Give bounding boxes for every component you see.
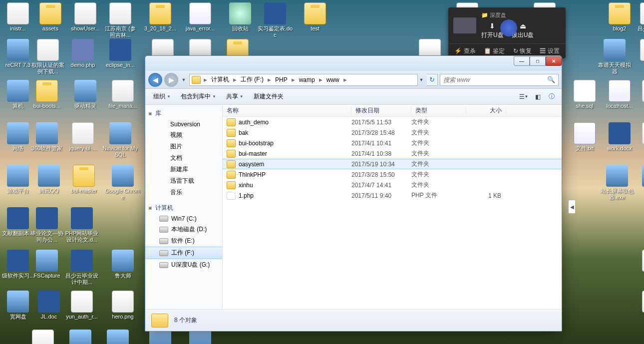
- desktop-icon[interactable]: 权限认证的案例下载...: [30, 39, 66, 75]
- desktop-icon[interactable]: 鲁大师: [105, 250, 141, 279]
- breadcrumb-segment[interactable]: 工作 (F:): [239, 74, 266, 85]
- desktop-icon[interactable]: bui-master: [66, 165, 102, 194]
- desktop-icon[interactable]: Navicat: [182, 330, 218, 344]
- breadcrumb-segment[interactable]: wamp: [297, 75, 317, 84]
- breadcrumb-segment[interactable]: 计算机: [209, 74, 231, 85]
- col-type[interactable]: 类型: [411, 106, 466, 115]
- desktop-icon[interactable]: 昌少云毕业设计中期...: [64, 250, 100, 286]
- col-date[interactable]: 修改日期: [351, 106, 411, 115]
- side-tab[interactable]: ◀: [568, 200, 575, 214]
- close-button[interactable]: ✕: [546, 56, 562, 66]
- file-row[interactable]: bak 2017/3/28 15:48 文件夹: [223, 127, 562, 138]
- back-button[interactable]: ◀: [148, 73, 162, 87]
- desktop-icon[interactable]: java_error...: [182, 2, 218, 32]
- desktop-icon[interactable]: file_mana...: [105, 80, 141, 109]
- history-dropdown[interactable]: ▼: [180, 75, 187, 85]
- desktop-icon[interactable]: 江苏南京 (参照吉林...: [102, 2, 138, 38]
- col-size[interactable]: 大小: [466, 106, 506, 115]
- desktop-icon[interactable]: Google Chrome: [105, 165, 141, 201]
- file-row[interactable]: bui-bootstrap 2017/4/1 10:41 文件夹: [223, 138, 562, 148]
- desktop-icon[interactable]: eclipse_in...: [102, 39, 138, 68]
- desktop-icon[interactable]: jQuery1.1: [25, 330, 61, 344]
- desktop-icon[interactable]: 文件.txt: [567, 122, 603, 152]
- titlebar[interactable]: — □ ✕: [145, 56, 562, 71]
- desktop-icon[interactable]: she.sql: [567, 80, 603, 109]
- usb-settings-button[interactable]: ☰ 设置: [540, 47, 559, 55]
- file-row[interactable]: oasystem 2017/5/19 10:34 文件夹: [223, 159, 562, 169]
- desktop-icon[interactable]: 回收站: [222, 2, 258, 32]
- desktop-icon[interactable]: JL.doc: [31, 291, 67, 320]
- organize-button[interactable]: 组织▼: [149, 90, 175, 103]
- desktop-icon[interactable]: PHP网站毕业设计论文.d...: [64, 207, 100, 243]
- desktop-icon[interactable]: 昌: [635, 291, 644, 320]
- path-dropdown[interactable]: ▼: [418, 75, 425, 85]
- help-button[interactable]: ⓘ: [546, 91, 558, 102]
- chevron-right-icon[interactable]: ▶: [203, 77, 208, 82]
- desktop-icon[interactable]: 向: [635, 250, 644, 279]
- file-row[interactable]: bui-master 2017/4/1 10:38 文件夹: [223, 148, 562, 159]
- nav-group-header[interactable]: ▣库: [145, 108, 222, 119]
- desktop-icon[interactable]: inistr...: [0, 2, 36, 32]
- breadcrumb[interactable]: ▶ 计算机▶工作 (F:)▶PHP▶wamp▶www▶: [189, 74, 418, 86]
- share-button[interactable]: 共享▼: [222, 90, 248, 103]
- chevron-right-icon[interactable]: ▶: [232, 77, 238, 82]
- desktop-icon[interactable]: 驱动精灵: [67, 80, 103, 109]
- desktop-icon[interactable]: VMware: [142, 330, 178, 344]
- nav-item[interactable]: Subversion: [145, 119, 222, 129]
- desktop-icon[interactable]: bui-boots...: [29, 80, 65, 109]
- desktop-icon[interactable]: yun_auth_r...: [64, 291, 100, 320]
- file-row[interactable]: ThinkPHP 2017/3/28 15:50 文件夹: [223, 169, 562, 180]
- desktop-icon[interactable]: blog2: [602, 2, 638, 32]
- col-name[interactable]: 名称: [223, 106, 351, 115]
- desktop-icon[interactable]: 360安全卫士: [62, 330, 98, 344]
- refresh-button[interactable]: ↻: [427, 74, 438, 86]
- desktop-icon[interactable]: localhost...: [602, 80, 638, 109]
- desktop-icon[interactable]: 360极速浏...: [100, 330, 136, 344]
- view-button[interactable]: ☰ ▼: [518, 91, 530, 102]
- desktop-icon[interactable]: 3_20_18_2...: [142, 2, 178, 32]
- nav-item[interactable]: 文档: [145, 152, 222, 164]
- nav-item[interactable]: Win7 (C:): [145, 214, 222, 224]
- desktop-icon[interactable]: assets: [32, 2, 68, 32]
- maximize-button[interactable]: □: [530, 56, 546, 66]
- desktop-icon[interactable]: 360软件管家: [29, 122, 65, 152]
- nav-item[interactable]: 视频: [145, 129, 222, 141]
- new-folder-button[interactable]: 新建文件夹: [250, 90, 288, 103]
- desktop-icon[interactable]: showUser...: [67, 2, 103, 32]
- nav-item[interactable]: 迅雷下载: [145, 175, 222, 187]
- desktop-icon[interactable]: 腾讯QQ: [31, 165, 67, 194]
- desktop-icon[interactable]: hero.png: [105, 291, 141, 320]
- search-box[interactable]: 🔍: [440, 74, 559, 86]
- desktop-icon[interactable]: P Dev: [635, 165, 644, 194]
- desktop-icon[interactable]: cacl: [633, 39, 644, 68]
- nav-item[interactable]: U深度U盘 (G:): [145, 259, 222, 271]
- desktop-icon[interactable]: 昌少设计...: [633, 2, 644, 32]
- desktop-icon[interactable]: 橱: [635, 80, 644, 109]
- usb-recover-button[interactable]: ↻ 恢复: [513, 47, 532, 55]
- nav-item[interactable]: 新建库: [145, 164, 222, 175]
- include-library-button[interactable]: 包含到库中▼: [177, 90, 220, 103]
- desktop-icon[interactable]: 实习鉴定表.doc: [257, 2, 293, 38]
- nav-pane[interactable]: ▣库Subversion视频图片文档新建库迅雷下载音乐▣计算机Win7 (C:)…: [145, 105, 223, 309]
- desktop-icon[interactable]: demo.php: [65, 39, 101, 68]
- file-row[interactable]: xinhu 2017/4/7 14:41 文件夹: [223, 180, 562, 190]
- chevron-right-icon[interactable]: ▶: [291, 77, 296, 82]
- desktop-icon[interactable]: jquery-ui-...: [65, 122, 101, 152]
- nav-item[interactable]: 音乐: [145, 187, 222, 198]
- nav-splitter[interactable]: [220, 105, 222, 309]
- desktop-icon[interactable]: work.docx: [602, 122, 638, 152]
- file-row[interactable]: 1.php 2017/5/11 9:40 PHP 文件 1 KB: [223, 190, 562, 201]
- usb-check-button[interactable]: 📋 鉴定: [484, 47, 505, 55]
- desktop-icon[interactable]: 毕业论文—协同办公...: [29, 207, 65, 243]
- breadcrumb-segment[interactable]: PHP: [273, 75, 290, 84]
- desktop-icon[interactable]: 靠谱天天模拟器: [597, 39, 633, 75]
- preview-pane-button[interactable]: ◧: [532, 91, 544, 102]
- file-row[interactable]: auth_demo 2017/5/5 11:53 文件夹: [223, 117, 562, 127]
- search-input[interactable]: [443, 76, 544, 83]
- chevron-right-icon[interactable]: ▶: [318, 77, 323, 82]
- breadcrumb-segment[interactable]: www: [324, 75, 341, 84]
- desktop-icon[interactable]: pro...: [635, 122, 644, 152]
- desktop-icon[interactable]: FSCapture: [29, 250, 65, 279]
- usb-scan-button[interactable]: ⚡ 查杀: [454, 47, 475, 55]
- desktop-icon[interactable]: 站长屏幕取色器.exe: [599, 165, 635, 201]
